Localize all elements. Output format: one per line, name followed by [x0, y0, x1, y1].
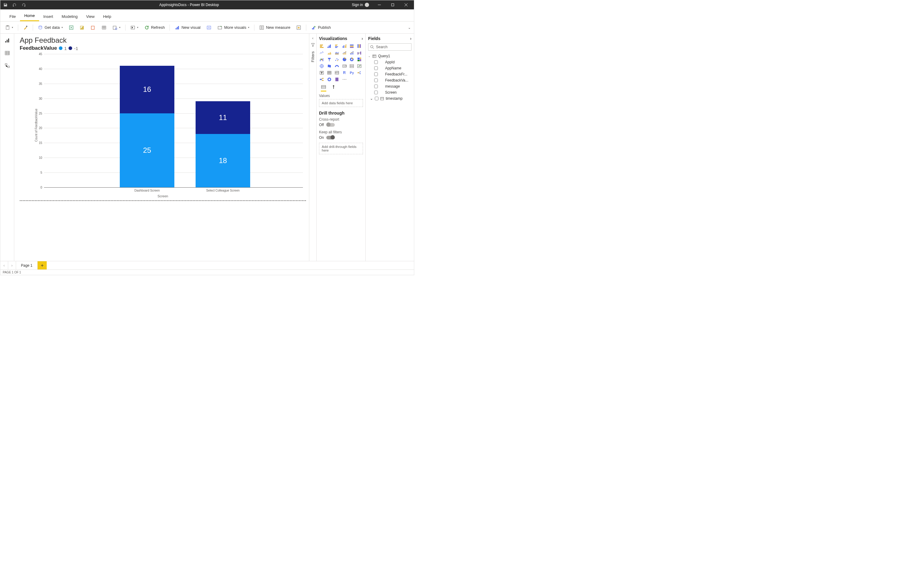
table-visual-icon[interactable]	[327, 70, 332, 76]
slicer-icon[interactable]	[319, 70, 325, 76]
field-message[interactable]: message	[368, 83, 411, 89]
field-checkbox[interactable]	[374, 66, 378, 70]
sql-source-button[interactable]	[88, 23, 98, 32]
values-drop-well[interactable]: Add data fields here	[319, 99, 363, 107]
page-prev-button[interactable]: ‹	[0, 261, 8, 270]
fields-search-input[interactable]: Search	[368, 44, 411, 51]
undo-icon[interactable]	[12, 2, 17, 8]
map-icon[interactable]	[319, 63, 325, 69]
waterfall-icon[interactable]	[319, 57, 325, 62]
drill-through-drop-well[interactable]: Add drill-through fields here	[319, 143, 363, 154]
report-view-button[interactable]	[4, 37, 11, 44]
filters-pane-collapsed[interactable]: ‹ Filters	[309, 34, 316, 261]
publish-button[interactable]: Publish	[309, 23, 333, 32]
card-icon[interactable]: 123	[342, 63, 347, 69]
area-chart-icon[interactable]	[327, 50, 332, 55]
quick-measure-button[interactable]	[294, 23, 304, 32]
donut-icon[interactable]	[349, 57, 354, 62]
add-page-button[interactable]: +	[37, 261, 47, 270]
table-node-query1[interactable]: ⌄Query1	[368, 53, 411, 59]
model-view-button[interactable]	[4, 62, 11, 69]
excel-source-button[interactable]	[66, 23, 76, 32]
stacked-bar-chart[interactable]: Count of FeedbackValue 05101520253035404…	[20, 52, 306, 198]
gauge-icon[interactable]	[334, 63, 340, 69]
enter-data-button[interactable]	[99, 23, 109, 32]
more-visuals-ellipsis[interactable]: ⋯	[342, 77, 347, 82]
field-checkbox[interactable]	[375, 97, 378, 100]
field-appid[interactable]: AppId	[368, 59, 411, 65]
key-influencers-icon[interactable]	[357, 70, 362, 76]
format-tab[interactable]	[331, 84, 336, 92]
ribbon-chart-icon[interactable]	[357, 50, 362, 55]
paste-button[interactable]: ▾	[3, 23, 15, 32]
new-visual-button[interactable]: New visual	[172, 23, 203, 32]
more-visuals-button[interactable]: More visuals▾	[215, 23, 252, 32]
save-icon[interactable]	[3, 2, 8, 8]
menu-modeling[interactable]: Modeling	[57, 12, 82, 21]
scatter-icon[interactable]	[334, 57, 340, 62]
chevron-right-icon[interactable]: ›	[361, 36, 363, 41]
field-checkbox[interactable]	[374, 79, 378, 82]
maximize-button[interactable]	[386, 0, 399, 10]
treemap-icon[interactable]	[357, 57, 362, 62]
paginated-icon[interactable]	[334, 77, 340, 82]
refresh-button[interactable]: Refresh	[142, 23, 167, 32]
format-painter-button[interactable]	[21, 23, 30, 32]
field-feedbackva[interactable]: FeedbackVa...	[368, 77, 411, 83]
menu-view[interactable]: View	[82, 12, 99, 21]
stacked-bar-icon[interactable]	[319, 44, 325, 49]
get-data-button[interactable]: Get data▾	[36, 23, 65, 32]
new-measure-button[interactable]: New measure	[257, 23, 293, 32]
pie-icon[interactable]	[342, 57, 347, 62]
bar-select-colleague-screen[interactable]: 1811	[196, 54, 250, 187]
report-canvas[interactable]: App Feedback FeedbackValue 1 -1 Count of…	[14, 34, 309, 261]
menu-insert[interactable]: Insert	[39, 12, 58, 21]
redo-icon[interactable]	[21, 2, 26, 8]
page-tab-1[interactable]: Page 1	[16, 261, 37, 270]
stacked-column-icon[interactable]	[327, 44, 332, 49]
field-screen[interactable]: Screen	[368, 89, 411, 95]
keep-filters-toggle[interactable]	[326, 136, 335, 139]
field-checkbox[interactable]	[374, 73, 378, 76]
bar-dashboard-screen[interactable]: 2516	[120, 54, 175, 187]
chevron-right-icon[interactable]: ›	[410, 36, 411, 41]
transform-data-button[interactable]: ▾	[128, 23, 141, 32]
hundred-stacked-column-icon[interactable]	[357, 44, 362, 49]
qa-visual-icon[interactable]	[327, 77, 332, 82]
line-stacked-column-icon[interactable]	[342, 50, 347, 55]
ribbon-overflow-button[interactable]: ⌄	[408, 25, 414, 30]
py-visual-icon[interactable]: Py	[349, 70, 354, 76]
fields-tab[interactable]	[321, 84, 326, 92]
menu-home[interactable]: Home	[20, 11, 39, 21]
recent-sources-button[interactable]: ▾	[110, 23, 123, 32]
field-feedbackfr[interactable]: FeedbackFr...	[368, 71, 411, 77]
field-checkbox[interactable]	[374, 60, 378, 64]
decomposition-tree-icon[interactable]	[319, 77, 325, 82]
clustered-column-icon[interactable]	[342, 44, 347, 49]
sign-in-button[interactable]: Sign in	[352, 3, 369, 7]
field-checkbox[interactable]	[374, 84, 378, 88]
multi-row-card-icon[interactable]	[349, 63, 354, 69]
matrix-icon[interactable]	[334, 70, 340, 76]
page-next-button[interactable]: ›	[8, 261, 16, 270]
r-visual-icon[interactable]: R	[342, 70, 347, 76]
text-box-button[interactable]: A	[204, 23, 214, 32]
pbi-source-button[interactable]	[77, 23, 87, 32]
close-button[interactable]	[399, 0, 413, 10]
menu-help[interactable]: Help	[99, 12, 116, 21]
line-clustered-column-icon[interactable]	[349, 50, 354, 55]
menu-file[interactable]: File	[5, 12, 20, 21]
minimize-button[interactable]	[373, 0, 386, 10]
funnel-icon[interactable]	[327, 57, 332, 62]
kpi-icon[interactable]	[357, 63, 362, 69]
filled-map-icon[interactable]	[327, 63, 332, 69]
field-timestamp[interactable]: ⌄timestamp	[368, 95, 411, 102]
hundred-stacked-bar-icon[interactable]	[349, 44, 354, 49]
clustered-bar-icon[interactable]	[334, 44, 340, 49]
data-view-button[interactable]	[4, 49, 11, 57]
stacked-area-icon[interactable]	[334, 50, 340, 55]
line-chart-icon[interactable]	[319, 50, 325, 55]
field-checkbox[interactable]	[374, 90, 378, 94]
cross-report-toggle[interactable]	[326, 123, 335, 127]
field-appname[interactable]: AppName	[368, 65, 411, 71]
